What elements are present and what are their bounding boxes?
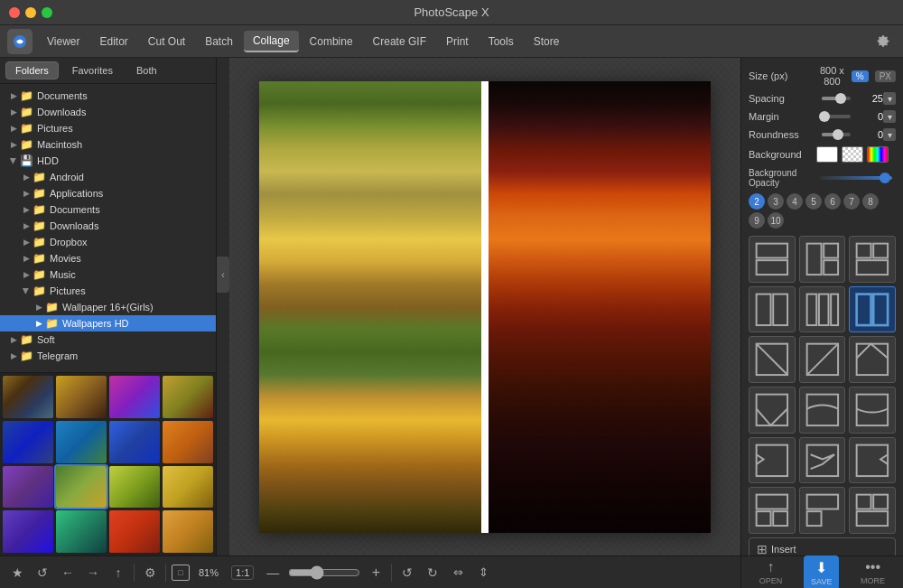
tree-item-macintosh[interactable]: ▶ 📁 Macintosh [0, 136, 216, 153]
thumbnail[interactable] [109, 376, 160, 418]
close-button[interactable] [9, 7, 20, 18]
zoom-ratio[interactable]: 1:1 [231, 565, 254, 580]
layout-option-4[interactable] [749, 286, 796, 333]
thumbnail[interactable] [163, 466, 213, 509]
photo-left[interactable] [259, 81, 481, 533]
layout-option-17[interactable] [799, 487, 846, 534]
bg-white-swatch[interactable] [816, 146, 838, 163]
nav-tools[interactable]: Tools [479, 32, 523, 51]
tree-item-soft[interactable]: ▶ 📁 Soft [0, 331, 216, 348]
settings-icon[interactable]: ⚙ [140, 563, 160, 583]
more-button[interactable]: ••• MORE [853, 555, 892, 588]
flip-h-icon[interactable]: ⇔ [448, 563, 468, 583]
layout-option-9[interactable] [849, 336, 896, 383]
sidebar-collapse-button[interactable]: ‹ [217, 257, 229, 293]
insert-button[interactable]: ⊞ Insert [749, 537, 896, 555]
gear-icon[interactable] [870, 29, 896, 54]
num-circle-6[interactable]: 6 [824, 193, 841, 210]
minimize-button[interactable] [25, 7, 36, 18]
nav-batch[interactable]: Batch [196, 32, 242, 51]
layout-option-7[interactable] [749, 336, 796, 383]
thumbnail[interactable] [109, 466, 160, 509]
spacing-stepper[interactable]: ▾ [883, 92, 896, 105]
spacing-down[interactable]: ▾ [883, 92, 896, 105]
layout-option-8[interactable] [799, 336, 846, 383]
thumbnail[interactable] [109, 421, 160, 463]
layout-option-6[interactable] [849, 286, 896, 333]
layout-option-13[interactable] [749, 437, 796, 484]
thumbnail[interactable] [163, 421, 213, 463]
opacity-slider[interactable] [820, 176, 892, 180]
tree-item-applications[interactable]: ▶ 📁 Applications [0, 185, 216, 201]
tree-item-movies[interactable]: ▶ 📁 Movies [0, 250, 216, 266]
roundness-down[interactable]: ▾ [883, 128, 896, 141]
tree-item-pictures2[interactable]: ▶ 📁 Pictures [0, 283, 216, 299]
tab-folders[interactable]: Folders [5, 61, 59, 79]
thumbnail[interactable] [56, 421, 107, 463]
tree-item-downloads[interactable]: ▶ 📁 Downloads [0, 104, 216, 120]
arrow-right-icon[interactable]: → [83, 563, 103, 583]
thumbnail[interactable] [3, 510, 53, 553]
thumbnail[interactable] [56, 466, 107, 509]
rotate-left-icon[interactable]: ↺ [397, 563, 417, 583]
num-circle-9[interactable]: 9 [749, 212, 765, 229]
layout-option-3[interactable] [849, 236, 896, 283]
margin-stepper[interactable]: ▾ [883, 110, 896, 123]
tab-favorites[interactable]: Favorites [62, 61, 123, 79]
nav-creategif[interactable]: Create GIF [364, 32, 435, 51]
refresh-icon[interactable]: ↺ [33, 563, 52, 583]
star-icon[interactable]: ★ [7, 563, 27, 583]
num-circle-5[interactable]: 5 [805, 193, 822, 210]
window-controls[interactable] [9, 7, 52, 18]
open-button[interactable]: ↑ OPEN [752, 555, 790, 588]
num-circle-3[interactable]: 3 [768, 193, 784, 210]
zoom-plus-icon[interactable]: + [366, 563, 386, 583]
layout-option-15[interactable] [849, 437, 896, 484]
roundness-slider[interactable] [822, 133, 851, 136]
flip-v-icon[interactable]: ⇕ [473, 563, 493, 583]
fit-frame-icon[interactable]: □ [172, 565, 190, 581]
layout-option-1[interactable] [749, 236, 796, 283]
tree-item-documents[interactable]: ▶ 📁 Documents [0, 88, 216, 104]
spacing-slider[interactable] [822, 97, 851, 100]
tree-item-music[interactable]: ▶ 📁 Music [0, 266, 216, 283]
tree-item-wallpapershd[interactable]: ▶ 📁 Wallpapers HD [0, 315, 216, 331]
roundness-stepper[interactable]: ▾ [883, 128, 896, 141]
tab-both[interactable]: Both [126, 61, 167, 79]
num-circle-2[interactable]: 2 [749, 193, 765, 210]
bg-rainbow-swatch[interactable] [867, 146, 889, 163]
margin-down[interactable]: ▾ [883, 110, 896, 123]
save-button[interactable]: ⬇ SAVE [804, 555, 839, 589]
zoom-slider[interactable] [288, 565, 360, 580]
num-circle-4[interactable]: 4 [787, 193, 803, 210]
tree-item-downloads2[interactable]: ▶ 📁 Downloads [0, 218, 216, 234]
layout-option-14[interactable] [799, 437, 846, 484]
tree-item-pictures[interactable]: ▶ 📁 Pictures [0, 120, 216, 136]
layout-option-2[interactable] [799, 236, 846, 283]
tree-item-wallpaper16[interactable]: ▶ 📁 Wallpaper 16+(Girls) [0, 299, 216, 315]
thumbnail[interactable] [109, 510, 160, 553]
photo-right[interactable] [489, 81, 711, 533]
layout-option-18[interactable] [849, 487, 896, 534]
px-button[interactable]: PX [875, 70, 896, 82]
num-circle-7[interactable]: 7 [843, 193, 860, 210]
tree-item-android[interactable]: ▶ 📁 Android [0, 169, 216, 185]
layout-option-11[interactable] [799, 387, 846, 434]
nav-editor[interactable]: Editor [90, 32, 136, 51]
thumbnail[interactable] [3, 421, 53, 463]
tree-item-hdd[interactable]: ▶ 💾 HDD [0, 153, 216, 169]
nav-cutout[interactable]: Cut Out [139, 32, 194, 51]
tree-item-telegram[interactable]: ▶ 📁 Telegram [0, 348, 216, 364]
arrow-left-icon[interactable]: ← [58, 563, 78, 583]
maximize-button[interactable] [42, 7, 52, 18]
bg-checker-swatch[interactable] [842, 146, 863, 163]
layout-option-12[interactable] [849, 387, 896, 434]
nav-viewer[interactable]: Viewer [38, 32, 88, 51]
percent-button[interactable]: % [852, 70, 869, 82]
arrow-up-icon[interactable]: ↑ [108, 563, 128, 583]
layout-option-5[interactable] [799, 286, 846, 333]
thumbnail[interactable] [3, 376, 53, 418]
thumbnail[interactable] [163, 510, 213, 553]
layout-option-10[interactable] [749, 387, 796, 434]
nav-combine[interactable]: Combine [301, 32, 362, 51]
